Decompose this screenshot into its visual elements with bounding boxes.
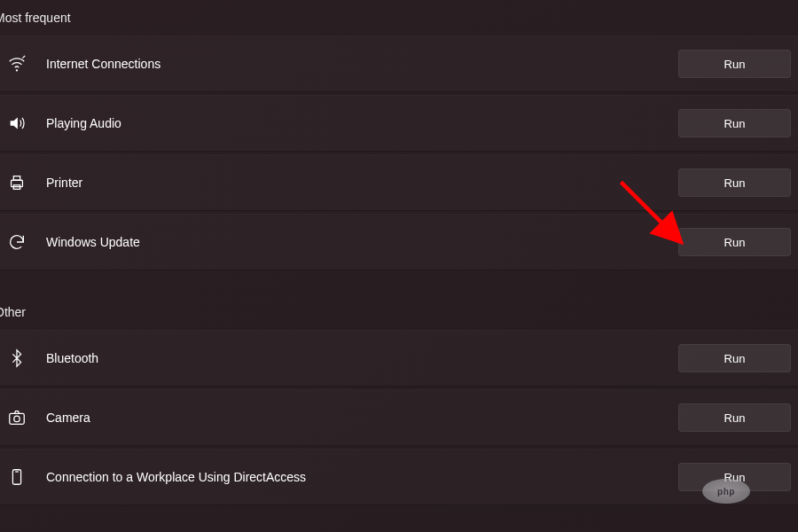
section-header-most-frequent: Most frequent xyxy=(0,0,798,35)
troubleshooter-row-directaccess: Connection to a Workplace Using DirectAc… xyxy=(0,449,798,505)
troubleshooter-row-audio: Playing Audio Run xyxy=(0,95,798,152)
sync-icon xyxy=(7,232,27,252)
speaker-icon xyxy=(7,113,27,133)
troubleshooter-row-camera: Camera Run xyxy=(0,389,798,446)
run-button-camera[interactable]: Run xyxy=(678,403,791,432)
camera-icon xyxy=(7,408,27,427)
troubleshooter-row-bluetooth: Bluetooth Run xyxy=(0,330,798,387)
run-button-bluetooth[interactable]: Run xyxy=(678,344,791,372)
printer-icon xyxy=(7,173,27,192)
svg-line-0 xyxy=(22,56,25,59)
phone-icon xyxy=(7,467,27,487)
row-label: Windows Update xyxy=(46,235,140,249)
troubleshooter-row-windows-update: Windows Update Run xyxy=(0,214,798,270)
row-label: Bluetooth xyxy=(46,351,98,365)
row-label: Printer xyxy=(46,176,82,190)
svg-point-1 xyxy=(16,70,17,71)
svg-rect-3 xyxy=(13,176,20,181)
row-label: Playing Audio xyxy=(46,116,121,130)
svg-rect-5 xyxy=(10,413,25,424)
run-button-audio[interactable]: Run xyxy=(678,109,791,137)
svg-point-6 xyxy=(14,416,20,421)
bluetooth-icon xyxy=(7,348,27,368)
row-label: Internet Connections xyxy=(46,57,160,71)
svg-rect-2 xyxy=(12,180,23,186)
section-header-other: Other xyxy=(0,294,798,330)
row-label: Camera xyxy=(46,411,90,425)
run-button-printer[interactable]: Run xyxy=(678,168,791,197)
run-button-internet[interactable]: Run xyxy=(678,50,791,78)
troubleshooter-row-printer: Printer Run xyxy=(0,154,798,211)
troubleshooter-row-internet: Internet Connections Run xyxy=(0,35,798,92)
wifi-icon xyxy=(7,54,27,74)
row-label: Connection to a Workplace Using DirectAc… xyxy=(46,470,306,484)
run-button-windows-update[interactable]: Run xyxy=(678,228,791,256)
run-button-directaccess[interactable]: Run xyxy=(678,463,791,491)
